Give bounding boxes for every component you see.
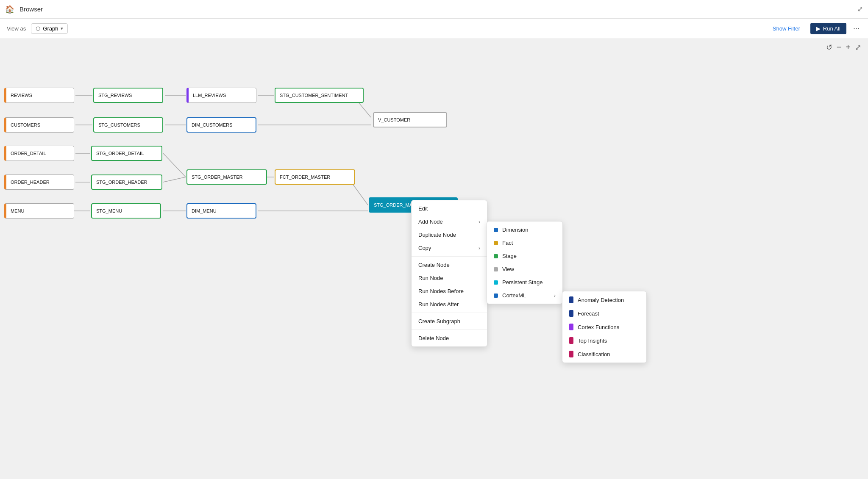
ctx-delete-node[interactable]: Delete Node	[412, 332, 487, 345]
cortex-top-insights-label: Top Insights	[578, 338, 607, 344]
node-order-header[interactable]: ORDER_HEADER	[4, 174, 74, 190]
node-dim-customers[interactable]: DIM_CUSTOMERS	[186, 117, 256, 133]
graph-icon: ⬡	[36, 25, 40, 32]
node-stg-customer-sentiment[interactable]: STG_CUSTOMER_SENTIMENT	[275, 88, 364, 103]
context-menu: Edit Add Node › Duplicate Node Copy › Cr…	[411, 200, 487, 347]
view-select[interactable]: ⬡ Graph ▾	[31, 23, 68, 34]
ctx-run-node[interactable]: Run Node	[412, 271, 487, 285]
node-fct-order-master[interactable]: FCT_ORDER_MASTER	[275, 169, 355, 185]
zoom-out-button[interactable]: −	[837, 42, 842, 52]
svg-line-8	[163, 153, 186, 177]
show-filter-button[interactable]: Show Filter	[773, 25, 800, 32]
node-type-menu: Dimension Fact Stage View Persistent Sta…	[487, 221, 563, 304]
cortex-menu: Anomaly Detection Forecast Cortex Functi…	[562, 291, 647, 363]
cortex-forecast[interactable]: Forecast	[562, 307, 646, 320]
anomaly-dot	[569, 296, 573, 303]
node-stg-customers[interactable]: STG_CUSTOMERS	[93, 117, 163, 133]
dimension-dot	[494, 228, 498, 232]
cortex-ml-dot	[494, 293, 498, 298]
classification-dot	[569, 351, 573, 357]
type-dimension-label: Dimension	[502, 227, 528, 233]
type-stage[interactable]: Stage	[487, 249, 562, 263]
node-stg-menu[interactable]: STG_MENU	[91, 203, 161, 219]
cortex-forecast-label: Forecast	[578, 310, 599, 317]
ctx-separator-1	[412, 256, 487, 257]
node-llm-reviews[interactable]: LLM_REVIEWS	[186, 88, 256, 103]
node-stg-order-detail[interactable]: STG_ORDER_DETAIL	[91, 146, 162, 161]
ctx-duplicate-node[interactable]: Duplicate Node	[412, 228, 487, 241]
run-all-icon: ▶	[816, 25, 821, 32]
cortex-functions[interactable]: Cortex Functions	[562, 320, 646, 334]
cortex-anomaly-label: Anomaly Detection	[578, 297, 624, 303]
forecast-dot	[569, 310, 573, 317]
persistent-stage-dot	[494, 280, 498, 285]
ctx-run-nodes-before[interactable]: Run Nodes Before	[412, 285, 487, 298]
graph-canvas: REVIEWS STG_REVIEWS LLM_REVIEWS STG_CUST…	[0, 39, 868, 479]
type-view[interactable]: View	[487, 263, 562, 276]
run-all-button[interactable]: ▶ Run All	[810, 23, 846, 34]
canvas-controls: ↺ − + ⤢	[826, 42, 861, 52]
browser-title: Browser	[19, 6, 43, 13]
svg-line-10	[163, 177, 186, 182]
type-fact[interactable]: Fact	[487, 236, 562, 249]
type-persistent-stage[interactable]: Persistent Stage	[487, 276, 562, 289]
cortex-ml-arrow: ›	[554, 293, 556, 299]
type-fact-label: Fact	[502, 240, 513, 246]
chevron-down-icon: ▾	[61, 26, 63, 31]
ctx-add-node[interactable]: Add Node ›	[412, 215, 487, 228]
node-order-detail[interactable]: ORDER_DETAIL	[4, 146, 74, 161]
node-dim-menu[interactable]: DIM_MENU	[186, 203, 256, 219]
type-cortex-ml[interactable]: CortexML ›	[487, 289, 562, 302]
node-menu[interactable]: MENU	[4, 203, 74, 219]
run-all-label: Run All	[823, 25, 840, 32]
view-as-label: View as	[7, 25, 26, 32]
cortex-anomaly-detection[interactable]: Anomaly Detection	[562, 293, 646, 307]
zoom-in-button[interactable]: +	[846, 42, 851, 52]
type-cortex-ml-label: CortexML	[502, 292, 526, 299]
expand-button[interactable]: ⤢	[855, 43, 861, 52]
ctx-edit[interactable]: Edit	[412, 202, 487, 215]
ctx-create-node[interactable]: Create Node	[412, 258, 487, 271]
ctx-copy[interactable]: Copy ›	[412, 241, 487, 255]
type-persistent-stage-label: Persistent Stage	[502, 279, 542, 285]
cortex-classification-label: Classification	[578, 351, 610, 357]
ctx-run-nodes-after[interactable]: Run Nodes After	[412, 298, 487, 311]
ctx-separator-2	[412, 313, 487, 313]
node-stg-reviews[interactable]: STG_REVIEWS	[93, 88, 163, 103]
fact-dot	[494, 241, 498, 245]
stage-dot	[494, 254, 498, 258]
view-select-value: Graph	[43, 25, 58, 32]
ctx-separator-3	[412, 329, 487, 330]
home-icon[interactable]: 🏠	[5, 5, 14, 14]
type-dimension[interactable]: Dimension	[487, 223, 562, 236]
node-v-customer[interactable]: V_CUSTOMER	[373, 112, 447, 127]
node-stg-order-master[interactable]: STG_ORDER_MASTER	[186, 169, 267, 185]
type-stage-label: Stage	[502, 253, 517, 259]
cortex-functions-dot	[569, 324, 573, 330]
ctx-create-subgraph[interactable]: Create Subgraph	[412, 315, 487, 328]
node-customers[interactable]: CUSTOMERS	[4, 117, 74, 133]
node-stg-order-header[interactable]: STG_ORDER_HEADER	[91, 174, 162, 190]
cortex-classification[interactable]: Classification	[562, 347, 646, 361]
refresh-button[interactable]: ↺	[826, 43, 832, 52]
topbar: 🏠 Browser ⤢	[0, 0, 868, 19]
window-expand-icon[interactable]: ⤢	[857, 5, 863, 13]
more-options-button[interactable]: ···	[851, 24, 861, 33]
node-reviews[interactable]: REVIEWS	[4, 88, 74, 103]
view-dot	[494, 267, 498, 271]
type-view-label: View	[502, 266, 514, 272]
toolbar: View as ⬡ Graph ▾ Show Filter ▶ Run All …	[0, 19, 868, 39]
top-insights-dot	[569, 337, 573, 344]
cortex-functions-label: Cortex Functions	[578, 324, 619, 330]
cortex-top-insights[interactable]: Top Insights	[562, 334, 646, 347]
